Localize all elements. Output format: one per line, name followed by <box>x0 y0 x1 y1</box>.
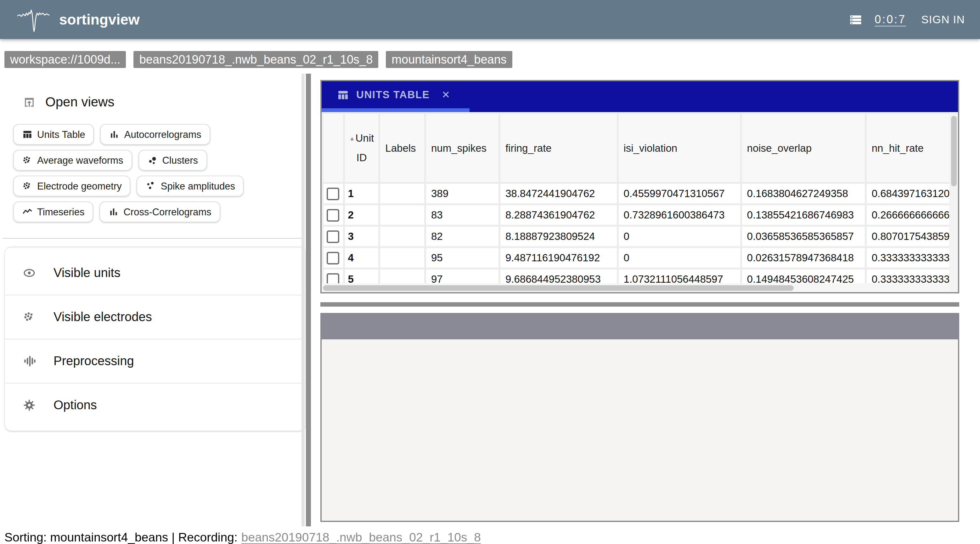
usage-timer-link[interactable]: 0:0:7 <box>875 13 906 26</box>
horizontal-scrollbar-thumb[interactable] <box>323 285 794 290</box>
cell-firing-rate: 38.8472441904762 <box>500 184 617 203</box>
view-buttons: Units TableAutocorrelogramsAverage wavef… <box>13 124 295 222</box>
column-header-unit-id[interactable]: ▲UnitID <box>345 114 379 182</box>
unit-checkbox[interactable] <box>327 230 340 243</box>
bar-chart-icon <box>108 206 119 217</box>
view-button-electrode-geometry[interactable]: Electrode geometry <box>13 175 130 196</box>
cell-num-spikes: 83 <box>426 205 498 225</box>
grain-icon <box>22 155 33 166</box>
cell-noise-overlap: 0.02631578947368418 <box>742 248 865 268</box>
cell-nn-hit-rate: 0.3333333333333333 <box>867 248 958 268</box>
sidebar-section-visible-units[interactable]: Visible units <box>5 251 305 295</box>
sidebar-section-label: Visible units <box>54 266 121 280</box>
view-button-timeseries[interactable]: Timeseries <box>13 201 93 222</box>
view-button-autocorrelograms[interactable]: Autocorrelograms <box>100 124 210 145</box>
sidebar-section-preprocessing[interactable]: Preprocessing <box>5 339 305 383</box>
cell-unit-id: 3 <box>345 227 379 246</box>
cell-noise-overlap: 0.03658536585365857 <box>742 227 865 246</box>
view-button-label: Spike amplitudes <box>161 180 235 192</box>
cell-nn-hit-rate: 0.8070175438596491 <box>867 227 958 246</box>
view-button-label: Timeseries <box>37 206 84 217</box>
select-column-header <box>323 114 343 182</box>
recording-link[interactable]: beans20190718_.nwb_beans_02_r1_10s_8 <box>241 530 481 544</box>
column-header-firing-rate[interactable]: firing_rate <box>500 114 617 182</box>
cell-unit-id: 2 <box>345 205 379 225</box>
column-header-noise-overlap[interactable]: noise_overlap <box>742 114 865 182</box>
cell-firing-rate: 8.18887923809524 <box>500 227 617 246</box>
cell-unit-id: 1 <box>345 184 379 203</box>
column-header-num-spikes[interactable]: num_spikes <box>426 114 498 182</box>
unit-checkbox-cell <box>323 184 343 203</box>
topbar-actions: 0:0:7 SIGN IN <box>849 0 967 39</box>
table-icon <box>22 129 33 140</box>
open-in-browser-icon <box>23 96 36 108</box>
view-button-label: Autocorrelograms <box>124 129 201 140</box>
view-button-units-table[interactable]: Units Table <box>13 124 94 145</box>
cell-labels <box>380 248 424 268</box>
vertical-scrollbar <box>949 112 958 292</box>
breadcrumb-sorting[interactable]: mountainsort4_beans <box>386 51 512 68</box>
view-button-cross-correlograms[interactable]: Cross-Correlograms <box>99 201 220 222</box>
unit-checkbox-cell <box>323 248 343 268</box>
app-title: sortingview <box>59 11 140 28</box>
cell-unit-id: 4 <box>345 248 379 268</box>
horizontal-splitter[interactable] <box>320 302 959 306</box>
graphic-eq-icon <box>23 354 36 368</box>
sign-in-button[interactable]: SIGN IN <box>919 9 967 30</box>
unit-checkbox-cell <box>323 205 343 225</box>
view-button-label: Units Table <box>37 129 85 140</box>
unit-checkbox[interactable] <box>327 209 340 221</box>
vertical-splitter[interactable] <box>301 74 311 526</box>
sort-ascending-icon: ▲ <box>349 135 355 141</box>
open-views-header: Open views <box>23 94 114 110</box>
cell-num-spikes: 95 <box>426 248 498 268</box>
table-icon <box>337 88 349 101</box>
scatter-plot-icon <box>146 181 156 191</box>
status-bar: Sorting: mountainsort4_beans | Recording… <box>5 530 481 544</box>
bottom-panel-header-band <box>321 314 958 339</box>
sidebar-section-label: Preprocessing <box>54 354 134 369</box>
status-text: Sorting: mountainsort4_beans | Recording… <box>5 530 238 544</box>
cell-isi-violation: 0 <box>619 227 740 246</box>
column-header-labels[interactable]: Labels <box>380 114 424 182</box>
unit-checkbox[interactable] <box>327 187 340 200</box>
bottom-empty-panel <box>320 313 959 522</box>
top-app-bar: sortingview 0:0:7 SIGN IN <box>0 0 980 39</box>
view-button-average-waveforms[interactable]: Average waveforms <box>13 150 132 171</box>
line-chart-icon <box>22 206 33 217</box>
units-table-panel: UNITS TABLE ✕ ▲UnitIDLabelsnum_spikesfir… <box>320 80 959 294</box>
units-table-header-row: ▲UnitIDLabelsnum_spikesfiring_rateisi_vi… <box>323 114 958 182</box>
cell-firing-rate: 9.487116190476192 <box>500 248 617 268</box>
cell-noise-overlap: 0.13855421686746983 <box>742 205 865 225</box>
units-table-scroll-area: ▲UnitIDLabelsnum_spikesfiring_rateisi_vi… <box>321 112 958 292</box>
unit-checkbox[interactable] <box>327 252 340 264</box>
column-header-isi-violation[interactable]: isi_violation <box>619 114 740 182</box>
view-button-label: Clusters <box>162 155 198 166</box>
breadcrumb-recording[interactable]: beans20190718_.nwb_beans_02_r1_10s_8 <box>134 51 379 68</box>
sidebar-accordion: Visible unitsVisible electrodesPreproces… <box>5 247 305 431</box>
cell-num-spikes: 389 <box>426 184 498 203</box>
view-button-spike-amplitudes[interactable]: Spike amplitudes <box>137 175 244 196</box>
cell-num-spikes: 82 <box>426 227 498 246</box>
close-icon[interactable]: ✕ <box>439 89 453 101</box>
view-button-label: Average waveforms <box>37 155 123 166</box>
breadcrumb-workspace[interactable]: workspace://1009d... <box>5 51 126 68</box>
sortingview-app: sortingview 0:0:7 SIGN IN workspace://10… <box>0 0 980 544</box>
spike-waveform-logo-icon <box>16 5 50 34</box>
open-views-title: Open views <box>45 94 114 110</box>
view-button-clusters[interactable]: Clusters <box>138 150 207 171</box>
cell-labels <box>380 184 424 203</box>
unit-row: 3828.1888792380952400.036585365853658570… <box>323 227 958 246</box>
unit-row: 138938.84724419047620.45599704713105670.… <box>323 184 958 203</box>
units-table: ▲UnitIDLabelsnum_spikesfiring_rateisi_vi… <box>321 112 958 291</box>
sidebar-section-label: Options <box>54 398 97 412</box>
sidebar-divider <box>3 238 305 239</box>
cell-labels <box>380 205 424 225</box>
sidebar-section-label: Visible electrodes <box>54 310 152 324</box>
vertical-scrollbar-thumb[interactable] <box>951 116 956 187</box>
column-header-nn-hit-rate[interactable]: nn_hit_rate <box>867 114 958 182</box>
unit-row: 4959.48711619047619200.02631578947368418… <box>323 248 958 268</box>
sidebar-section-visible-electrodes[interactable]: Visible electrodes <box>5 295 305 339</box>
storage-icon[interactable] <box>849 13 862 26</box>
sidebar-section-options[interactable]: Options <box>5 383 305 427</box>
